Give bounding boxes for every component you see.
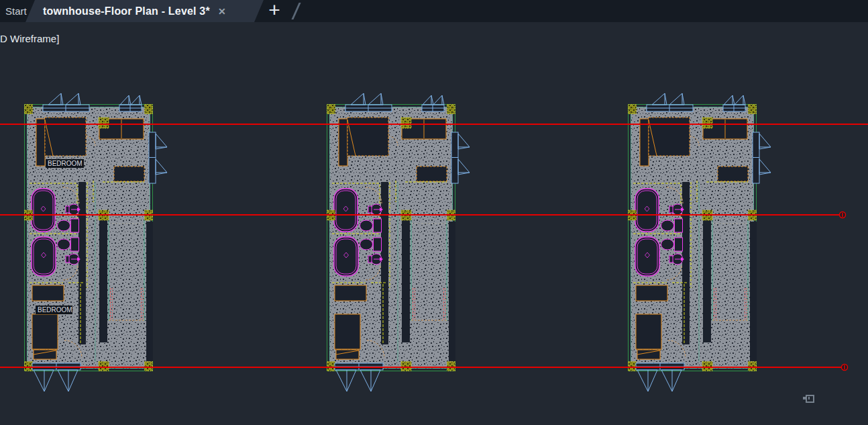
room-label[interactable]: BEDROOM <box>36 305 72 314</box>
floorplan-unit[interactable] <box>327 93 470 391</box>
floorplan-unit[interactable] <box>25 93 168 391</box>
file-tab-bar: Start townhouse-Floor Plan - Level 3* ✕ … <box>0 0 868 22</box>
grid-bubble[interactable] <box>840 212 846 218</box>
close-tab-icon[interactable]: ✕ <box>218 6 226 17</box>
svg-text:BEDROOM: BEDROOM <box>38 306 72 314</box>
canvas-corner-badge-icon <box>806 395 814 403</box>
viewport-controls-label[interactable]: D Wireframe] <box>0 33 59 44</box>
drawing-canvas[interactable]: BEDROOMBEDROOM <box>0 22 868 425</box>
room-label[interactable]: BEDROOM <box>46 159 84 168</box>
new-tab-button[interactable]: + <box>264 0 284 20</box>
floorplan-unit[interactable] <box>629 93 771 391</box>
tab-active-drawing[interactable]: townhouse-Floor Plan - Level 3* ✕ <box>25 0 264 22</box>
model-space-canvas[interactable]: BEDROOMBEDROOM D Wireframe] <box>0 22 868 425</box>
grid-bubble[interactable] <box>842 365 848 371</box>
drawing-tab-title: townhouse-Floor Plan - Level 3* <box>43 5 210 17</box>
svg-text:BEDROOM: BEDROOM <box>48 160 83 167</box>
tab-separator <box>291 3 301 19</box>
